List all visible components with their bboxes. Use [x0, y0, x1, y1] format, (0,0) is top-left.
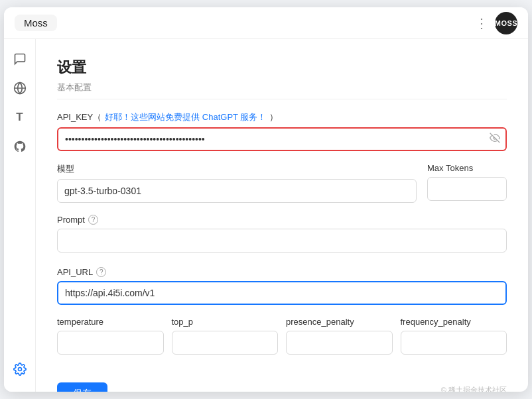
api-key-field-group: API_KEY（好耶！这些网站免费提供 ChatGPT 服务！） — [57, 111, 507, 151]
title-bar: Moss ⋮ MOSS — [4, 7, 528, 39]
presence-penalty-field-group: presence_penalty — [286, 317, 393, 355]
avatar: MOSS — [495, 12, 517, 34]
content-footer: 保存 © 稀土掘金技术社区 MailBerry.com.cn — [57, 382, 507, 392]
api-key-input-wrapper — [57, 127, 507, 151]
prompt-help-icon[interactable]: ? — [88, 215, 98, 225]
api-key-input[interactable] — [57, 127, 507, 151]
api-key-link[interactable]: 好耶！这些网站免费提供 ChatGPT 服务！ — [105, 111, 266, 123]
max-tokens-input[interactable] — [427, 177, 507, 201]
page-title: 设置 — [57, 58, 507, 78]
prompt-label: Prompt ? — [57, 215, 507, 225]
app-title: Moss — [15, 15, 57, 31]
top-p-input[interactable] — [172, 331, 279, 355]
max-tokens-field-group: Max Tokens — [427, 163, 507, 203]
api-key-label: API_KEY（好耶！这些网站免费提供 ChatGPT 服务！） — [57, 111, 507, 123]
model-maxtokens-row: 模型 Max Tokens — [57, 163, 507, 215]
prompt-input[interactable] — [57, 229, 507, 253]
temperature-field-group: temperature — [57, 317, 164, 355]
svg-point-2 — [18, 368, 21, 371]
sidebar-item-chat[interactable] — [8, 47, 32, 71]
sidebar-item-text[interactable]: T — [8, 105, 32, 129]
sidebar: T — [4, 39, 36, 392]
temperature-label: temperature — [57, 317, 164, 327]
frequency-penalty-field-group: frequency_penalty — [401, 317, 507, 355]
frequency-penalty-label: frequency_penalty — [401, 317, 507, 327]
app-window: Moss ⋮ MOSS T — [4, 7, 528, 392]
api-url-help-icon[interactable]: ? — [96, 267, 106, 277]
sidebar-item-github[interactable] — [8, 135, 32, 158]
watermark: © 稀土掘金技术社区 MailBerry.com.cn — [107, 385, 507, 392]
api-url-label: API_URL ? — [57, 267, 507, 277]
presence-penalty-label: presence_penalty — [286, 317, 393, 327]
main-layout: T 设置 基本配置 API_KEY（好耶！这些网站免费提供 ChatGPT 服务… — [4, 39, 528, 392]
temperature-input[interactable] — [57, 331, 164, 355]
menu-dots-icon[interactable]: ⋮ — [475, 15, 490, 31]
frequency-penalty-input[interactable] — [401, 331, 507, 355]
api-url-input[interactable] — [57, 281, 507, 305]
sidebar-item-settings[interactable] — [8, 357, 32, 381]
sidebar-item-translate[interactable] — [8, 76, 32, 100]
title-bar-right: ⋮ MOSS — [475, 12, 517, 34]
section-title: 基本配置 — [57, 82, 507, 99]
prompt-field-group: Prompt ? — [57, 215, 507, 255]
model-label: 模型 — [57, 163, 417, 175]
model-field-group: 模型 — [57, 163, 417, 203]
eye-icon[interactable] — [490, 133, 500, 146]
params-row: temperature top_p presence_penalty frequ… — [57, 317, 507, 367]
top-p-label: top_p — [172, 317, 279, 327]
api-url-field-group: API_URL ? — [57, 267, 507, 305]
sidebar-bottom — [8, 357, 32, 392]
title-bar-left: Moss — [15, 15, 57, 31]
content-area: 设置 基本配置 API_KEY（好耶！这些网站免费提供 ChatGPT 服务！）… — [36, 39, 528, 392]
presence-penalty-input[interactable] — [286, 331, 393, 355]
save-button[interactable]: 保存 — [57, 382, 107, 392]
model-input[interactable] — [57, 179, 417, 203]
max-tokens-label: Max Tokens — [427, 163, 507, 173]
top-p-field-group: top_p — [172, 317, 279, 355]
